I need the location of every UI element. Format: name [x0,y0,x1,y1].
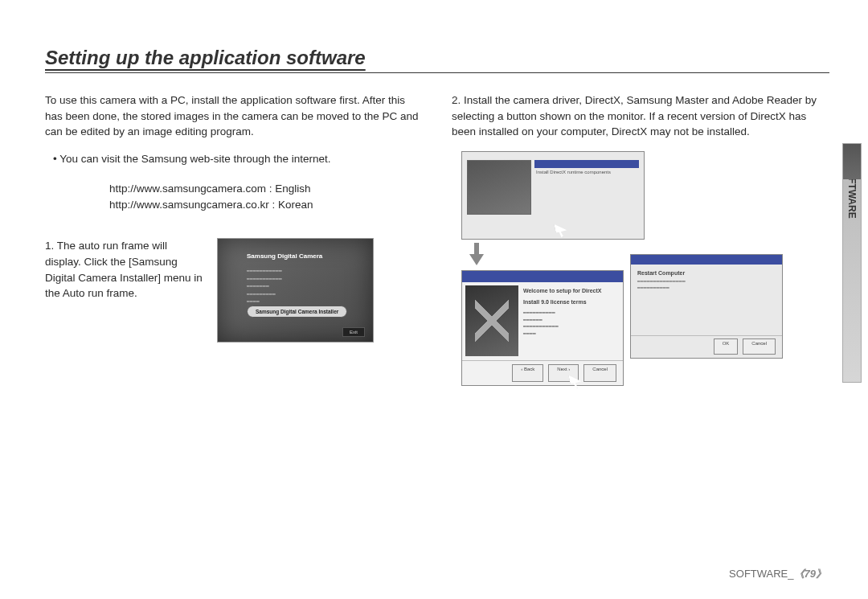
autorun-header: Samsung Digital Camera [247,252,366,261]
url-list: http://www.samsungcamera.com : English h… [45,178,423,228]
page-title: Setting up the application software [45,47,829,73]
step-1-text: 1. The auto run frame will display. Clic… [45,238,206,301]
wizard-back-button: ‹ Back [512,364,543,382]
wizard-body-text: ━━━━━━━━━━━━━━━━━━━━━━━━━━━━━━━ [523,310,618,338]
restart-heading: Restart Computer [637,269,776,277]
installer-button: Samsung Digital Camera Installer [247,306,347,318]
wizard-buttons: ‹ BackNext ›Cancel [462,360,623,382]
left-column: To use this camera with a PC, install th… [45,92,423,386]
step-2-text: 2. Install the camera driver, DirectX, S… [452,92,829,140]
section-tab-accent [843,144,861,179]
page-footer: SOFTWARE_《79》 [729,567,826,581]
url-english: http://www.samsungcamera.com : English [109,181,423,197]
dialog-text: Install DirectX runtime components [536,170,637,176]
wizard-heading-1: Welcome to setup for DirectX [523,287,618,295]
step-1: 1. The auto run frame will display. Clic… [45,238,423,343]
installer-screenshot-1: Install DirectX runtime components [461,151,645,240]
footer-label: SOFTWARE_ [729,568,793,580]
exit-button: Exit [342,327,365,338]
installer-screenshot-row: Welcome to setup for DirectX Install 9.0… [461,270,829,386]
wizard-cancel-button: Cancel [583,364,616,382]
page-number: 《79》 [794,568,826,580]
installer-thumb [467,160,531,215]
content-columns: To use this camera with a PC, install th… [45,92,829,386]
autorun-screenshot: Samsung Digital Camera ━━━━━━━━━━━━━━━━━… [217,238,374,343]
directx-logo-icon [475,295,509,347]
ok-button: OK [714,338,739,355]
intro-text: To use this camera with a PC, install th… [45,92,423,140]
wizard-heading-2: Install 9.0 license terms [523,298,618,306]
down-arrow-icon [469,243,484,267]
url-korean: http://www.samsungcamera.co.kr : Korean [109,197,423,213]
cursor-icon [554,221,567,238]
bullet-website: • You can visit the Samsung web-site thr… [45,151,423,167]
dialog-titlebar [462,271,623,282]
wizard-body: Welcome to setup for DirectX Install 9.0… [523,287,618,338]
directx-wizard-screenshot: Welcome to setup for DirectX Install 9.0… [461,270,624,386]
restart-buttons: OKCancel [631,335,782,355]
restart-text: ━━━━━━━━━━━━━━━━━━━━━━━━━ [637,279,776,292]
right-column: 2. Install the camera driver, DirectX, S… [452,92,829,386]
section-tab: 05 SOFTWARE [842,143,862,383]
dialog-titlebar [534,160,639,168]
dialog-titlebar [631,255,782,265]
restart-dialog-screenshot: Restart Computer ━━━━━━━━━━━━━━━━━━━━━━━… [630,254,783,359]
wizard-sidebar [465,285,518,356]
autorun-lines: ━━━━━━━━━━━━━━━━━━━━━━━━━━━━━━━━━━━━━━━━… [247,268,366,306]
cancel-button: Cancel [743,338,776,355]
